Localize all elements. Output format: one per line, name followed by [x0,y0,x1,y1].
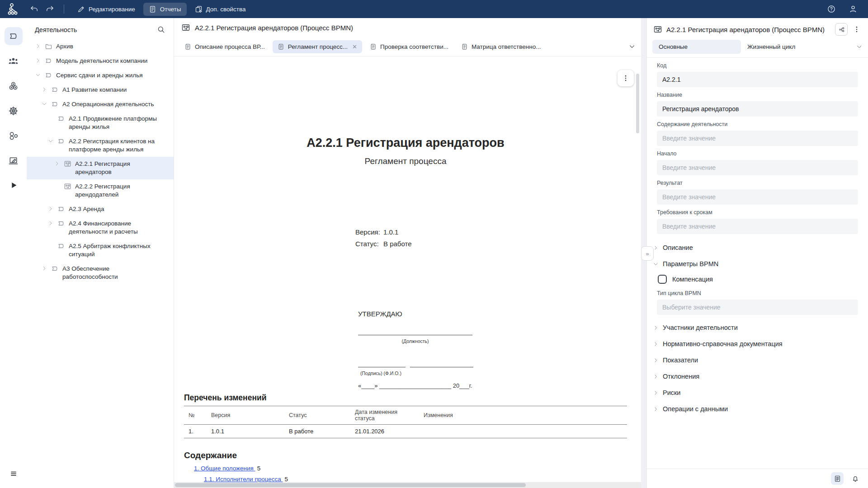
notes-button[interactable] [831,472,844,485]
tree-item[interactable]: Модель деятельности компании [27,54,174,68]
tree-item[interactable]: Архив [27,39,174,54]
tree-item-label: А2.1 Продвижение платформы аренды жилья [69,115,169,131]
tree-item[interactable]: А2.3 Аренда [27,202,174,216]
rail-item-launch[interactable] [5,151,23,169]
rail-item-play[interactable] [5,176,23,194]
collapsible-section[interactable]: Операции с данными [653,401,858,417]
chevron-right-icon[interactable] [47,220,54,226]
rail-menu-button[interactable] [5,465,23,483]
tree-item[interactable]: А2.2.2 Регистрация арендодателей [27,179,174,202]
process-icon [57,115,65,122]
undo-button[interactable] [28,2,41,16]
process-icon [51,100,59,108]
property-field: Код [657,62,858,87]
topbar-divider [64,5,64,14]
collapsible-section[interactable]: Риски [653,385,858,401]
horizontal-scrollbar-thumb[interactable] [175,483,526,487]
tabs-overflow-button[interactable] [628,43,636,50]
toc-link[interactable]: 1. Общие положения [194,465,255,472]
chevron-down-icon[interactable] [47,138,54,144]
panel-menu-button[interactable] [852,23,862,35]
rail-item-team[interactable] [5,52,23,70]
tree-item[interactable]: Сервис сдачи и аренды жилья [27,68,174,83]
tree-item[interactable]: А3 Обеспечение работоспособности [27,262,174,284]
tree-item[interactable]: А1 Развитие компании [27,83,174,97]
rail-item-process[interactable] [5,27,23,45]
chevron-down-icon[interactable] [41,101,47,107]
report-tabs: Описание процесса ВР... Регламент процес… [174,37,641,56]
redo-button[interactable] [43,2,57,16]
chevron-right-icon [653,390,659,396]
field-input[interactable] [657,189,858,205]
redo-icon [45,5,54,14]
tree-item[interactable]: А2.2 Регистрация клиентов на платформе а… [27,134,174,157]
rail-item-helm[interactable] [5,102,23,120]
checkbox-unchecked-icon[interactable] [658,275,667,284]
field-input[interactable] [657,219,858,234]
extra-properties-button[interactable]: Доп. свойства [189,3,251,16]
collapsible-section[interactable]: Отклонения [653,368,858,385]
toc-entry: 1.1. Исполнители процесса 5 [204,476,288,483]
collapsible-section[interactable]: Описание [653,239,858,256]
loop-type-select[interactable] [657,300,858,315]
report-tab[interactable]: Регламент процесс... ✕ [273,40,362,53]
report-doc-icon [149,5,156,13]
chevron-down-icon[interactable] [35,72,41,78]
document-menu-button[interactable] [618,70,634,86]
chevron-right-icon[interactable] [41,265,47,272]
report-tab[interactable]: Матрица ответственно... [456,40,546,53]
name-line [410,366,473,367]
chevron-right-icon[interactable] [35,57,41,64]
tree-item[interactable]: А2.4 Финансирование деятельности и расче… [27,216,174,239]
field-input[interactable] [657,131,858,146]
section-label: Риски [663,389,680,396]
main-title: А2.2.1 Регистрация арендаторов (Процесс … [195,24,353,32]
tree-item[interactable]: А2 Операционная деятельность [27,97,174,112]
report-tab[interactable]: Проверка соответстви... [365,40,453,53]
changes-column-header: Дата изменения статуса [350,406,419,425]
top-bar: Редактирование Отчеты Доп. свойства [0,0,868,18]
chevron-right-icon [653,406,659,412]
reports-button[interactable]: Отчеты [143,3,187,16]
chevron-right-icon[interactable] [35,43,41,49]
reports-label: Отчеты [160,6,181,13]
tree-item[interactable]: А2.1 Продвижение платформы аренды жилья [27,112,174,134]
compensation-checkbox-row[interactable]: Компенсация [658,275,858,284]
chevron-right-icon[interactable] [41,86,47,93]
collapsible-section[interactable]: Нормативно-справочная документация [653,336,858,352]
rail-item-hexagons[interactable] [5,127,23,145]
search-button[interactable] [157,25,165,34]
panel-collapse-handle[interactable]: » [641,246,654,261]
help-button[interactable] [825,2,838,16]
notifications-button[interactable] [849,472,862,485]
section-label: Нормативно-справочная документация [663,340,783,347]
chevron-right-icon[interactable] [47,206,54,212]
app-logo[interactable] [0,3,27,15]
tab-main-properties[interactable]: Основные [652,40,741,54]
document-icon [278,43,284,50]
field-input[interactable] [657,160,858,175]
chevron-right-icon[interactable] [54,160,60,167]
process-icon [57,220,65,227]
tab-lifecycle[interactable]: Жизненный цикл [741,40,802,54]
bpmn-diagram-icon [653,25,662,34]
collapsible-section[interactable]: Участники деятельности [653,319,858,336]
tree-item[interactable]: А2.2.1 Регистрация арендаторов [27,157,174,179]
field-input[interactable] [657,101,858,117]
section-bpmn-parameters[interactable]: Параметры BPMN [653,256,858,272]
kebab-icon [853,25,861,33]
changes-table-header-row: №ВерсияСтатусДата изменения статусаИзмен… [184,406,627,425]
user-button[interactable] [846,2,860,16]
bpmn-diagram-icon [181,23,190,32]
toc-link[interactable]: 1.1. Исполнители процесса [204,476,283,483]
panel-tabs-chevron-button[interactable] [856,43,863,50]
rail-item-structure[interactable] [5,77,23,95]
edit-mode-button[interactable]: Редактирование [72,3,141,16]
vertical-scrollbar-thumb[interactable] [636,74,639,133]
field-input[interactable] [657,72,858,87]
report-tab[interactable]: Описание процесса ВР... [179,40,270,53]
tree-item[interactable]: А2.5 Арбитраж конфликтных ситуаций [27,239,174,262]
collapsible-section[interactable]: Показатели [653,352,858,368]
close-icon[interactable]: ✕ [352,44,357,50]
open-diagram-button[interactable] [835,23,848,36]
